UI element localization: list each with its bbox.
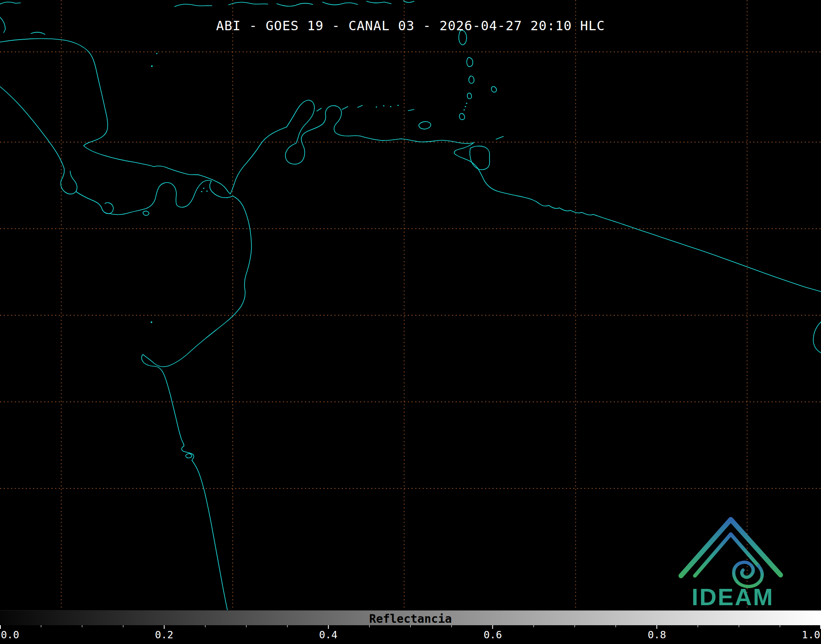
island-pearl-islands — [201, 191, 202, 192]
ideam-logo-mark: IDEAM — [674, 510, 792, 611]
coastline-costarica-panama-caribbean — [84, 127, 287, 194]
ideam-logo-text: IDEAM — [692, 584, 774, 610]
coast-fragment-topleft — [0, 2, 20, 4]
colorbar-tick-label: 0.4 — [319, 629, 337, 641]
coast-fragment-top — [403, 1, 414, 2]
island-grenada — [459, 114, 465, 120]
logo-mountain-outline — [681, 519, 781, 576]
island-pearl-islands — [203, 187, 204, 189]
island-coiba — [143, 211, 149, 216]
colorbar-label: Reflectancia — [0, 612, 821, 626]
island-pearl-islands — [206, 190, 207, 192]
island-stlucia — [469, 76, 474, 83]
island-malpelo — [151, 321, 152, 323]
colorbar-ticks — [0, 625, 821, 629]
coast-fragment-top — [367, 1, 391, 4]
colorbar-tick-label: 0.8 — [647, 629, 666, 641]
coast-fragment-top — [277, 3, 313, 6]
island-grenadines — [466, 103, 467, 104]
island-barbados — [492, 87, 497, 92]
coastline-trinidad — [470, 146, 489, 170]
colorbar: Reflectancia — [0, 610, 821, 625]
island-tortuga — [408, 109, 414, 111]
island-puna — [186, 454, 192, 458]
island-venezuelan-cays — [390, 106, 391, 107]
image-title: ABI - GOES 19 - CANAL 03 - 2026-04-27 20… — [0, 18, 821, 33]
colorbar-tick-label: 0.2 — [155, 629, 173, 641]
island-venezuelan-cays — [397, 105, 398, 106]
island-san-andres — [151, 65, 153, 67]
colorbar-tick-label: 1.0 — [802, 629, 820, 641]
colorbar-tick-label: 0.0 — [1, 629, 19, 641]
island-aruba — [317, 108, 321, 111]
ideam-logo: IDEAM — [674, 510, 792, 611]
colorbar-tick-label: 0.6 — [483, 629, 502, 641]
island-curacao — [342, 107, 348, 109]
coastline-pacific-centralamerica-southamerica — [0, 87, 251, 610]
coast-fragment-top — [323, 2, 358, 5]
island-venezuelan-cays — [383, 105, 384, 106]
logo-hurricane-swirl — [734, 562, 762, 586]
coastline-guajira-maracaibo-venezuela-guyana — [285, 100, 821, 292]
island-venezuelan-cays — [376, 106, 377, 107]
island-martinique — [467, 58, 473, 67]
coastline-tobago — [496, 136, 503, 139]
island-grenadines — [465, 106, 466, 107]
coast-fragment-top — [229, 2, 268, 5]
island-stvincent — [467, 93, 472, 99]
satellite-image-screen: ABI - GOES 19 - CANAL 03 - 2026-04-27 20… — [0, 0, 821, 644]
coast-fragment-top — [175, 4, 212, 7]
island-providencia — [156, 53, 157, 54]
coast-fragment-rightedge — [813, 322, 821, 353]
island-grenadines — [463, 109, 465, 110]
island-margarita — [419, 122, 431, 129]
island-bonaire — [358, 105, 363, 107]
coastline-nicaragua-caribbean — [0, 39, 108, 146]
